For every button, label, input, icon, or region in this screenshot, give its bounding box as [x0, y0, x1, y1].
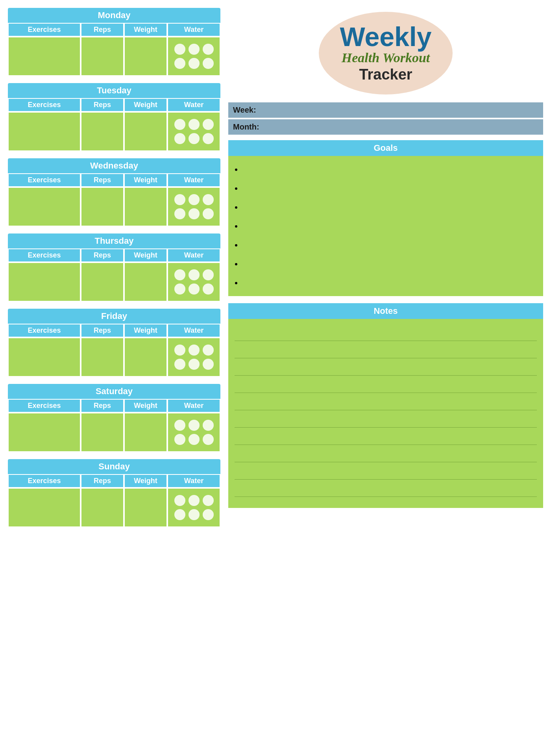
note-line[interactable]: [235, 324, 537, 341]
water-cell-sat[interactable]: [167, 413, 220, 452]
water-cell-sun[interactable]: [167, 488, 220, 527]
water-dot[interactable]: [174, 119, 185, 130]
note-line[interactable]: [235, 410, 537, 428]
water-dot[interactable]: [203, 119, 214, 130]
water-dot[interactable]: [203, 269, 214, 280]
note-line[interactable]: [235, 462, 537, 480]
logo-oval: Weekly Health Workout Tracker: [319, 12, 453, 94]
weight-cell-sun[interactable]: [124, 488, 167, 527]
note-line[interactable]: [235, 445, 537, 462]
water-dot[interactable]: [203, 58, 214, 69]
water-cell-tue[interactable]: [167, 112, 220, 151]
water-dot[interactable]: [189, 269, 200, 280]
saturday-content: [8, 413, 220, 452]
exercises-cell-mon[interactable]: [8, 37, 81, 76]
weight-header-mon: Weight: [124, 23, 167, 37]
water-dot[interactable]: [189, 44, 200, 55]
water-dot[interactable]: [189, 509, 200, 520]
exercises-cell-tue[interactable]: [8, 112, 81, 151]
reps-cell-sat[interactable]: [81, 413, 124, 452]
water-dot[interactable]: [189, 359, 200, 370]
water-dot[interactable]: [203, 359, 214, 370]
note-line[interactable]: [235, 358, 537, 376]
water-dot[interactable]: [203, 345, 214, 356]
water-header-wed: Water: [167, 173, 220, 187]
goal-item[interactable]: [242, 235, 537, 254]
water-dot[interactable]: [189, 119, 200, 130]
water-cell-fri[interactable]: [167, 337, 220, 377]
exercises-cell-sat[interactable]: [8, 413, 81, 452]
water-dot[interactable]: [174, 58, 185, 69]
reps-cell-mon[interactable]: [81, 37, 124, 76]
water-dot[interactable]: [189, 434, 200, 445]
water-dot[interactable]: [174, 420, 185, 431]
note-line[interactable]: [235, 341, 537, 358]
water-dot[interactable]: [189, 133, 200, 144]
water-dot[interactable]: [174, 495, 185, 506]
water-dot[interactable]: [174, 194, 185, 205]
water-cell-wed[interactable]: [167, 187, 220, 226]
weight-cell-wed[interactable]: [124, 187, 167, 226]
water-dot[interactable]: [189, 495, 200, 506]
goal-item[interactable]: [242, 217, 537, 235]
water-dot[interactable]: [174, 44, 185, 55]
water-dot[interactable]: [174, 509, 185, 520]
reps-cell-wed[interactable]: [81, 187, 124, 226]
reps-cell-sun[interactable]: [81, 488, 124, 527]
water-dot[interactable]: [174, 359, 185, 370]
goal-item[interactable]: [242, 179, 537, 198]
water-dot[interactable]: [189, 420, 200, 431]
water-dot[interactable]: [189, 58, 200, 69]
water-dot[interactable]: [203, 208, 214, 219]
goal-item[interactable]: [242, 160, 537, 179]
water-dot[interactable]: [203, 44, 214, 55]
weight-cell-mon[interactable]: [124, 37, 167, 76]
week-field[interactable]: Week:: [228, 102, 543, 118]
water-dot[interactable]: [174, 284, 185, 295]
water-dots-row2-wed: [174, 208, 214, 219]
water-cell-mon[interactable]: [167, 37, 220, 76]
water-dot[interactable]: [189, 194, 200, 205]
water-dot[interactable]: [189, 284, 200, 295]
weight-cell-sat[interactable]: [124, 413, 167, 452]
exercises-cell-thu[interactable]: [8, 262, 81, 302]
water-dots-row1-tue: [174, 119, 214, 130]
water-cell-thu[interactable]: [167, 262, 220, 302]
goals-body[interactable]: [228, 156, 543, 296]
water-dot[interactable]: [174, 345, 185, 356]
note-line[interactable]: [235, 376, 537, 393]
weight-cell-fri[interactable]: [124, 337, 167, 377]
weight-cell-thu[interactable]: [124, 262, 167, 302]
water-dot[interactable]: [174, 269, 185, 280]
reps-cell-thu[interactable]: [81, 262, 124, 302]
saturday-col-headers: Exercises Reps Weight Water: [8, 399, 220, 413]
goal-item[interactable]: [242, 273, 537, 292]
water-dot[interactable]: [174, 133, 185, 144]
water-dot[interactable]: [174, 208, 185, 219]
exercises-cell-fri[interactable]: [8, 337, 81, 377]
note-line[interactable]: [235, 428, 537, 445]
water-dot[interactable]: [203, 194, 214, 205]
reps-cell-tue[interactable]: [81, 112, 124, 151]
note-line[interactable]: [235, 480, 537, 497]
note-line[interactable]: [235, 393, 537, 410]
goal-item[interactable]: [242, 198, 537, 217]
exercises-cell-sun[interactable]: [8, 488, 81, 527]
reps-cell-fri[interactable]: [81, 337, 124, 377]
water-dot[interactable]: [203, 420, 214, 431]
water-dot[interactable]: [203, 434, 214, 445]
water-dot[interactable]: [189, 208, 200, 219]
water-dot[interactable]: [203, 133, 214, 144]
month-field[interactable]: Month:: [228, 119, 543, 135]
weight-cell-tue[interactable]: [124, 112, 167, 151]
notes-body[interactable]: [228, 319, 543, 508]
water-dot[interactable]: [203, 284, 214, 295]
thursday-col-headers: Exercises Reps Weight Water: [8, 248, 220, 262]
water-dot[interactable]: [174, 434, 185, 445]
exercises-cell-wed[interactable]: [8, 187, 81, 226]
goal-item[interactable]: [242, 254, 537, 273]
weight-header-sat: Weight: [124, 399, 167, 413]
water-dot[interactable]: [203, 509, 214, 520]
water-dot[interactable]: [189, 345, 200, 356]
water-dot[interactable]: [203, 495, 214, 506]
